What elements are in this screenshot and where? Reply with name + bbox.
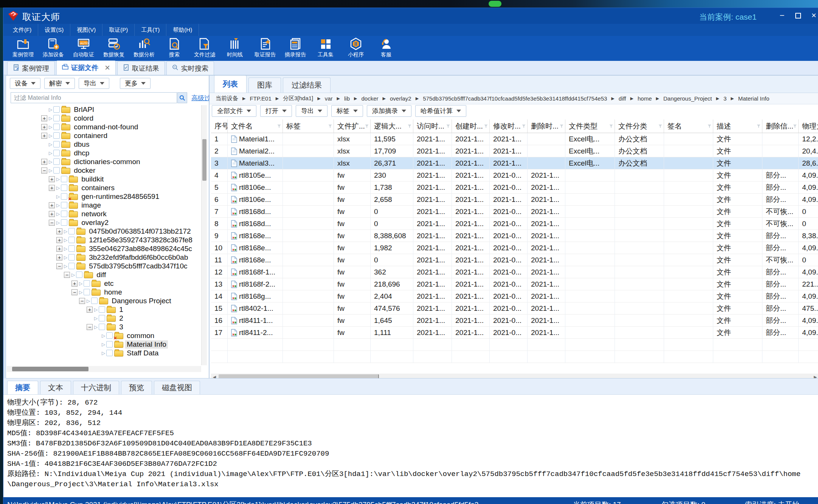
tree-item-label[interactable]: Material Info	[125, 340, 168, 349]
column-header[interactable]: 描述	[713, 119, 762, 133]
tree-vertical-scrollbar-thumb[interactable]	[202, 139, 206, 181]
tree-checkbox[interactable]	[53, 115, 60, 121]
workspace-tab[interactable]: 案例管理	[7, 61, 55, 75]
table-row[interactable]: 7 rtl8168d...fw02021-1...2021-1...2021-0…	[211, 206, 818, 218]
tree-item-label[interactable]: 2	[118, 314, 125, 323]
column-header[interactable]: 修改时...	[490, 119, 528, 133]
view-tab[interactable]: 图库	[248, 78, 281, 93]
list-action-button[interactable]: 哈希值计算	[415, 105, 466, 117]
column-filter-icon[interactable]	[277, 124, 281, 128]
close-button[interactable]: ×	[807, 11, 818, 21]
tree-horizontal-scrollbar-thumb[interactable]	[12, 367, 88, 371]
detail-tab[interactable]: 文本	[40, 381, 71, 394]
column-filter-icon[interactable]	[560, 124, 563, 128]
table-row[interactable]: 2 Material2...xlsx17,7092021-1...2021-1.…	[211, 145, 818, 157]
view-tab[interactable]: 列表	[214, 75, 247, 93]
toolbar-button[interactable]: 摘录报告	[280, 36, 310, 61]
tree-checkbox[interactable]	[68, 263, 75, 269]
tree-checkbox[interactable]	[61, 202, 67, 208]
tree-checkbox[interactable]	[61, 185, 67, 191]
tree-item[interactable]: +▷gen-runtimes284856591	[7, 192, 201, 201]
table-row[interactable]: 11 rtl8168e...fw02021-1...2021-1...2021-…	[211, 254, 818, 266]
scroll-left-icon[interactable]: ◀	[211, 374, 218, 378]
list-action-button[interactable]: 添加摘录	[367, 105, 411, 117]
tree-toolbar-button[interactable]: 解密	[44, 78, 75, 89]
toolbar-button[interactable]: 添加设备	[38, 36, 68, 61]
collapse-icon[interactable]: −	[71, 289, 78, 295]
column-filter-icon[interactable]	[522, 124, 526, 128]
breadcrumb-item[interactable]: docker	[362, 95, 379, 102]
tree-item-label[interactable]: image	[80, 201, 102, 209]
tree-checkbox[interactable]	[76, 271, 82, 278]
table-row[interactable]: 10 rtl8168e...fw1,9822021-1...2021-1...2…	[211, 242, 818, 254]
tree-item-label[interactable]: dhcp	[72, 149, 91, 157]
column-header[interactable]: 删除时...	[528, 119, 565, 133]
tree-item[interactable]: +▷common	[7, 331, 201, 340]
menu-item[interactable]: 视图(V)	[70, 24, 102, 36]
collapse-icon[interactable]: −	[41, 167, 47, 174]
tree-checkbox[interactable]	[61, 219, 67, 226]
breadcrumb-item[interactable]: overlay2	[390, 95, 411, 102]
breadcrumb-item[interactable]: 3	[723, 95, 726, 102]
table-row[interactable]: 15 rtl8402-1...fw474,5762021-1...2021-1.…	[211, 302, 818, 315]
tree-item-label[interactable]: BrlAPI	[72, 105, 96, 114]
tree-item-label[interactable]: buildkit	[80, 175, 105, 183]
tree-item-label[interactable]: common	[125, 332, 156, 340]
tree-vertical-scrollbar[interactable]	[201, 105, 207, 365]
tree-horizontal-scrollbar[interactable]	[7, 366, 201, 372]
collapse-icon[interactable]: −	[56, 263, 62, 269]
column-filter-icon[interactable]	[408, 124, 411, 128]
tree-checkbox[interactable]	[99, 306, 105, 313]
tree-item[interactable]: −▷diff	[7, 270, 201, 279]
expand-icon[interactable]: +	[56, 246, 62, 252]
tree-item-label[interactable]: etc	[102, 279, 115, 288]
tree-item-label[interactable]: overlay2	[80, 219, 110, 227]
expand-icon[interactable]: +	[41, 124, 47, 130]
expand-icon[interactable]: +	[56, 228, 62, 234]
tree-checkbox[interactable]	[61, 211, 67, 217]
column-header[interactable]: 文件名	[228, 119, 283, 133]
table-row[interactable]: 6 rtl8106e...fw2,6582021-1...2021-1...20…	[211, 194, 818, 206]
toolbar-button[interactable]: AUTO自动取证	[68, 36, 99, 61]
expand-icon[interactable]: +	[41, 159, 47, 165]
tree-item-label[interactable]: colord	[72, 114, 95, 123]
tree-checkbox[interactable]	[99, 324, 105, 330]
toolbar-button[interactable]: 取证报告	[250, 36, 280, 61]
toolbar-button[interactable]: 小程序	[341, 36, 371, 61]
breadcrumb-item[interactable]: Material Info	[738, 95, 770, 102]
tree-checkbox[interactable]	[53, 141, 60, 147]
tree-checkbox[interactable]	[53, 106, 60, 113]
column-header[interactable]: 访问时...	[413, 119, 452, 133]
column-header[interactable]: 序号	[211, 119, 228, 133]
table-horizontal-scrollbar-thumb[interactable]	[219, 374, 379, 378]
tree-checkbox[interactable]	[68, 237, 75, 243]
tree-item[interactable]: +▷network	[7, 209, 201, 218]
expand-icon[interactable]: +	[41, 133, 47, 139]
tree-item[interactable]: +▷dhcp	[7, 149, 201, 157]
detail-tab[interactable]: 十六进制	[73, 381, 119, 394]
column-header[interactable]: 签名	[664, 119, 713, 133]
tree-checkbox[interactable]	[53, 158, 60, 165]
breadcrumb-item[interactable]: 575db3795cb5fff7cadb347f10cfcaad5fd5fe3e…	[423, 95, 607, 102]
tree-item[interactable]: +▷3b232efd9fafbdd6f6b0cc6b0ab	[7, 253, 201, 262]
tree-checkbox[interactable]	[106, 332, 113, 339]
menu-item[interactable]: 帮助(H)	[166, 24, 199, 36]
toolbar-button[interactable]: 案例管理	[8, 36, 38, 61]
tree-item[interactable]: +▷colord	[7, 114, 201, 123]
tree-item-label[interactable]: 1	[118, 306, 125, 314]
tree-item-label[interactable]: Dangerous Project	[110, 297, 172, 305]
table-row[interactable]: 16 rtl8411-1...fw1,6452021-1...2021-1...…	[211, 315, 818, 327]
breadcrumb-item[interactable]: var	[325, 95, 333, 102]
breadcrumb-item[interactable]: home	[638, 95, 652, 102]
expand-icon[interactable]: +	[56, 254, 62, 261]
expand-icon[interactable]: +	[49, 176, 55, 182]
tree-checkbox[interactable]	[68, 254, 75, 261]
toolbar-button[interactable]: 工具集	[310, 36, 341, 61]
tree-item-label[interactable]: command-not-found	[72, 123, 140, 131]
tree-checkbox[interactable]	[61, 176, 67, 182]
table-row[interactable]: 5 rtl8106e...fw1,7382021-1...2021-1...20…	[211, 181, 818, 194]
expand-icon[interactable]: +	[49, 185, 55, 191]
expand-icon[interactable]: +	[87, 307, 93, 313]
tab-close-icon[interactable]: ×	[105, 64, 110, 71]
column-filter-icon[interactable]	[658, 124, 662, 128]
